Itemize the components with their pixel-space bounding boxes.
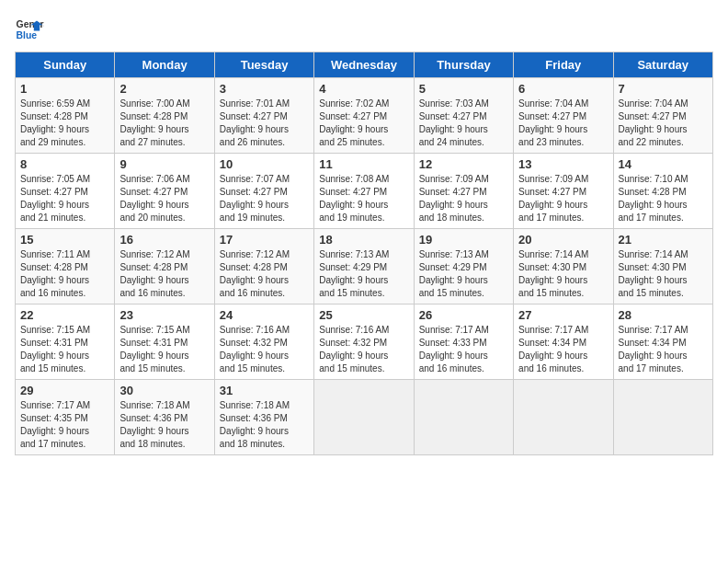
weekday-header-friday: Friday [514,52,613,78]
calendar-cell: 22 Sunrise: 7:15 AM Sunset: 4:31 PM Dayl… [16,304,115,380]
calendar-cell: 5 Sunrise: 7:03 AM Sunset: 4:27 PM Dayli… [414,78,513,154]
day-info: Sunrise: 7:18 AM Sunset: 4:36 PM Dayligh… [220,399,309,451]
day-info: Sunrise: 7:14 AM Sunset: 4:30 PM Dayligh… [518,248,608,300]
day-info: Sunrise: 7:06 AM Sunset: 4:27 PM Dayligh… [119,173,209,224]
calendar-table: SundayMondayTuesdayWednesdayThursdayFrid… [15,52,713,455]
day-number: 1 [20,82,109,96]
day-info: Sunrise: 7:09 AM Sunset: 4:27 PM Dayligh… [419,173,508,224]
calendar-cell: 8 Sunrise: 7:05 AM Sunset: 4:27 PM Dayli… [16,154,115,229]
calendar-cell: 30 Sunrise: 7:18 AM Sunset: 4:36 PM Dayl… [115,380,214,455]
weekday-header-monday: Monday [115,52,214,78]
day-number: 22 [20,308,109,322]
day-number: 9 [119,157,209,171]
day-info: Sunrise: 7:08 AM Sunset: 4:27 PM Dayligh… [319,173,408,224]
calendar-cell: 10 Sunrise: 7:07 AM Sunset: 4:27 PM Dayl… [214,154,313,229]
day-number: 15 [20,233,109,247]
day-info: Sunrise: 7:17 AM Sunset: 4:35 PM Dayligh… [20,399,109,451]
day-number: 18 [319,233,408,247]
calendar-cell: 4 Sunrise: 7:02 AM Sunset: 4:27 PM Dayli… [314,78,414,154]
day-info: Sunrise: 7:14 AM Sunset: 4:30 PM Dayligh… [619,248,708,300]
logo-icon: General Blue [15,15,44,44]
day-number: 19 [419,233,508,247]
day-number: 6 [518,82,608,96]
day-number: 28 [619,308,708,322]
calendar-cell: 31 Sunrise: 7:18 AM Sunset: 4:36 PM Dayl… [214,380,313,455]
day-info: Sunrise: 7:12 AM Sunset: 4:28 PM Dayligh… [220,248,309,300]
day-number: 8 [20,157,109,171]
calendar-cell: 11 Sunrise: 7:08 AM Sunset: 4:27 PM Dayl… [314,154,414,229]
day-info: Sunrise: 7:00 AM Sunset: 4:28 PM Dayligh… [119,98,209,149]
day-number: 25 [319,308,408,322]
day-number: 7 [619,82,708,96]
calendar-cell: 12 Sunrise: 7:09 AM Sunset: 4:27 PM Dayl… [414,154,513,229]
day-info: Sunrise: 7:11 AM Sunset: 4:28 PM Dayligh… [20,248,109,300]
day-number: 20 [518,233,608,247]
calendar-cell: 13 Sunrise: 7:09 AM Sunset: 4:27 PM Dayl… [514,154,613,229]
day-info: Sunrise: 7:17 AM Sunset: 4:33 PM Dayligh… [419,324,508,375]
day-info: Sunrise: 7:09 AM Sunset: 4:27 PM Dayligh… [518,173,608,224]
day-info: Sunrise: 7:15 AM Sunset: 4:31 PM Dayligh… [20,324,109,375]
day-info: Sunrise: 7:10 AM Sunset: 4:28 PM Dayligh… [619,173,708,224]
day-info: Sunrise: 7:03 AM Sunset: 4:27 PM Dayligh… [419,98,508,149]
calendar-cell: 14 Sunrise: 7:10 AM Sunset: 4:28 PM Dayl… [613,154,712,229]
calendar-cell [514,380,613,455]
calendar-cell: 26 Sunrise: 7:17 AM Sunset: 4:33 PM Dayl… [414,304,513,380]
day-info: Sunrise: 7:04 AM Sunset: 4:27 PM Dayligh… [518,98,608,149]
day-number: 16 [119,233,209,247]
day-number: 24 [220,308,309,322]
day-info: Sunrise: 7:15 AM Sunset: 4:31 PM Dayligh… [119,324,209,375]
calendar-cell: 19 Sunrise: 7:13 AM Sunset: 4:29 PM Dayl… [414,229,513,304]
calendar-cell: 3 Sunrise: 7:01 AM Sunset: 4:27 PM Dayli… [214,78,313,154]
calendar-cell: 6 Sunrise: 7:04 AM Sunset: 4:27 PM Dayli… [514,78,613,154]
calendar-cell: 17 Sunrise: 7:12 AM Sunset: 4:28 PM Dayl… [214,229,313,304]
day-info: Sunrise: 7:02 AM Sunset: 4:27 PM Dayligh… [319,98,408,149]
calendar-cell [613,380,712,455]
calendar-cell: 9 Sunrise: 7:06 AM Sunset: 4:27 PM Dayli… [115,154,214,229]
day-number: 30 [119,384,209,397]
weekday-header-thursday: Thursday [414,52,513,78]
day-number: 4 [319,82,408,96]
calendar-cell: 2 Sunrise: 7:00 AM Sunset: 4:28 PM Dayli… [115,78,214,154]
calendar-cell: 16 Sunrise: 7:12 AM Sunset: 4:28 PM Dayl… [115,229,214,304]
calendar-cell: 21 Sunrise: 7:14 AM Sunset: 4:30 PM Dayl… [613,229,712,304]
calendar-cell: 18 Sunrise: 7:13 AM Sunset: 4:29 PM Dayl… [314,229,414,304]
day-info: Sunrise: 7:16 AM Sunset: 4:32 PM Dayligh… [220,324,309,375]
calendar-header: General Blue [15,15,713,44]
day-info: Sunrise: 7:12 AM Sunset: 4:28 PM Dayligh… [119,248,209,300]
calendar-cell: 28 Sunrise: 7:17 AM Sunset: 4:34 PM Dayl… [613,304,712,380]
day-number: 2 [119,82,209,96]
weekday-header-sunday: Sunday [16,52,115,78]
day-number: 11 [319,157,408,171]
svg-text:Blue: Blue [17,30,38,40]
weekday-header-wednesday: Wednesday [314,52,414,78]
day-info: Sunrise: 7:01 AM Sunset: 4:27 PM Dayligh… [220,98,309,149]
calendar-cell: 29 Sunrise: 7:17 AM Sunset: 4:35 PM Dayl… [16,380,115,455]
day-number: 29 [20,384,109,397]
logo: General Blue [15,15,44,44]
day-number: 17 [220,233,309,247]
day-number: 23 [119,308,209,322]
day-number: 27 [518,308,608,322]
day-info: Sunrise: 7:05 AM Sunset: 4:27 PM Dayligh… [20,173,109,224]
calendar-cell: 7 Sunrise: 7:04 AM Sunset: 4:27 PM Dayli… [613,78,712,154]
day-number: 14 [619,157,708,171]
calendar-cell [414,380,513,455]
calendar-cell: 25 Sunrise: 7:16 AM Sunset: 4:32 PM Dayl… [314,304,414,380]
day-number: 26 [419,308,508,322]
day-info: Sunrise: 6:59 AM Sunset: 4:28 PM Dayligh… [20,98,109,149]
day-info: Sunrise: 7:13 AM Sunset: 4:29 PM Dayligh… [419,248,508,300]
calendar-cell: 20 Sunrise: 7:14 AM Sunset: 4:30 PM Dayl… [514,229,613,304]
day-number: 21 [619,233,708,247]
calendar-cell: 23 Sunrise: 7:15 AM Sunset: 4:31 PM Dayl… [115,304,214,380]
day-number: 13 [518,157,608,171]
day-number: 3 [220,82,309,96]
weekday-header-saturday: Saturday [613,52,712,78]
calendar-cell [314,380,414,455]
calendar-cell: 15 Sunrise: 7:11 AM Sunset: 4:28 PM Dayl… [16,229,115,304]
day-info: Sunrise: 7:13 AM Sunset: 4:29 PM Dayligh… [319,248,408,300]
day-info: Sunrise: 7:17 AM Sunset: 4:34 PM Dayligh… [619,324,708,375]
day-info: Sunrise: 7:16 AM Sunset: 4:32 PM Dayligh… [319,324,408,375]
weekday-header-tuesday: Tuesday [214,52,313,78]
day-info: Sunrise: 7:07 AM Sunset: 4:27 PM Dayligh… [220,173,309,224]
calendar-cell: 27 Sunrise: 7:17 AM Sunset: 4:34 PM Dayl… [514,304,613,380]
